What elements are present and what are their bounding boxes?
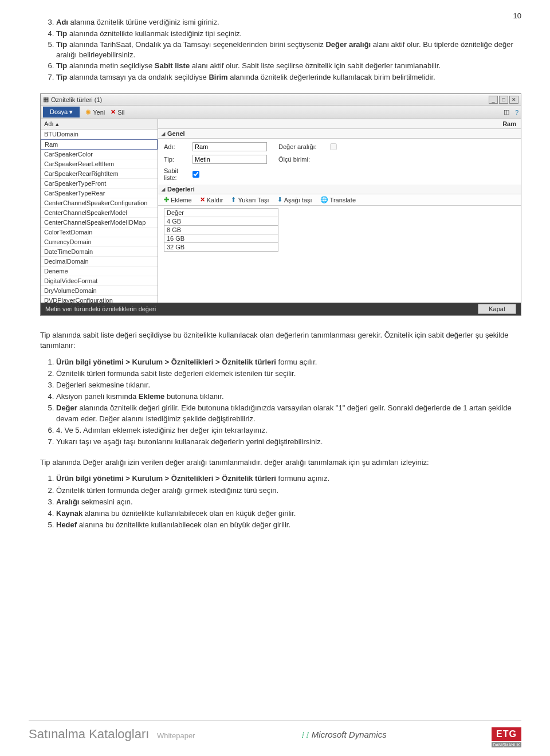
section-degerleri-header[interactable]: Değerleri — [158, 185, 521, 194]
steps-list-1: Ürün bilgi yönetimi > Kurulum > Özniteli… — [40, 357, 521, 448]
checkbox-deger-araligi[interactable] — [330, 143, 337, 150]
step-item: Öznitelik türleri formunda değer aralığı… — [56, 485, 521, 496]
text: alanında öznitelikte kullanmak istediğin… — [67, 29, 242, 38]
table-row[interactable]: 8 GB — [164, 226, 278, 234]
delete-label: Sil — [117, 109, 124, 116]
checkbox-sabit-liste[interactable] — [192, 171, 199, 178]
list-item[interactable]: CenterChannelSpeakerModelIDMap — [41, 218, 158, 228]
top-item: Tip alanında öznitelikte kullanmak isted… — [56, 29, 521, 39]
menubar: Dosya ▾ ✺Yeni ✕Sil ◫ ? — [41, 105, 521, 119]
paragraph-2: Tip alanında Değer aralığı izin verilen … — [40, 457, 521, 468]
list-item[interactable]: CarSpeakerColor — [41, 150, 158, 159]
step-item: Değer alanında öznitelik değeri girilir.… — [56, 403, 521, 424]
file-label: Dosya — [50, 108, 68, 115]
selected-name: Ram — [502, 120, 516, 127]
input-tip[interactable] — [192, 155, 267, 164]
new-button[interactable]: ✺Yeni — [85, 108, 105, 116]
list-item[interactable]: ColorTextDomain — [41, 228, 158, 237]
move-down-button[interactable]: ⬇Aşağı taşı — [277, 196, 312, 203]
close-button[interactable]: ✕ — [509, 96, 518, 104]
etg-logo: ETG DANIŞMANLIK — [492, 727, 521, 741]
list-item[interactable]: CarSpeakerTypeFront — [41, 179, 158, 189]
text: alanına öznitelik türüne verdiğiniz ismi… — [68, 18, 219, 26]
label-deger-araligi: Değer aralığı: — [278, 143, 330, 150]
list-item[interactable]: DigitalVideoFormat — [41, 276, 158, 286]
list-item[interactable]: DateTimeDomain — [41, 247, 158, 257]
translate-label: Translate — [330, 197, 356, 203]
maximize-button[interactable]: □ — [499, 96, 508, 104]
list-item[interactable]: DryVolumeDomain — [41, 286, 158, 296]
top-item: Tip alanında TarihSaat, Ondalık ya da Ta… — [56, 40, 521, 60]
bold: Tip — [56, 29, 67, 38]
bold: Tip — [56, 61, 67, 70]
table-row[interactable]: 16 GB — [164, 234, 278, 243]
remove-value-button[interactable]: ✕Kaldır — [200, 196, 223, 203]
list-item[interactable]: DecimalDomain — [41, 257, 158, 267]
paragraph-1: Tip alanında sabit liste değeri seçildiy… — [40, 330, 521, 351]
top-item: Adı alanına öznitelik türüne verdiğiniz … — [56, 17, 521, 28]
list-item[interactable]: Ram — [41, 139, 158, 150]
bold: Tip — [56, 40, 67, 49]
section-genel-body: Adı: Değer aralığı: Tip: Ölçü birimi: Sa… — [158, 139, 521, 185]
list-item[interactable]: BTUDomain — [41, 130, 158, 139]
footer-subtitle: Whitepaper — [157, 731, 195, 740]
bold: Birim — [209, 73, 227, 81]
list-item[interactable]: Deneme — [41, 267, 158, 276]
text: alanında tamsayı ya da ondalık seçildiys… — [67, 73, 209, 81]
statusbar: Metin veri türündeki özniteliklerin değe… — [41, 303, 521, 315]
step-item: Hedef alanına bu öznitelikte kullanılabi… — [56, 520, 521, 530]
add-label: Ekleme — [171, 197, 192, 203]
add-value-button[interactable]: ✚Ekleme — [164, 196, 192, 203]
close-form-button[interactable]: Kapat — [478, 304, 516, 314]
left-pane: Adı ▴ BTUDomainRamCarSpeakerColorCarSpea… — [41, 119, 158, 303]
help-icon[interactable]: ? — [515, 109, 518, 116]
new-icon: ✺ — [85, 108, 91, 116]
cell-value: 16 GB — [164, 234, 278, 243]
step-item: Değerleri sekmesine tıklanır. — [56, 380, 521, 390]
new-label: Yeni — [93, 109, 105, 116]
input-adi[interactable] — [192, 142, 267, 151]
titlebar: ▦ Öznitelik türleri (1) _ □ ✕ — [41, 94, 521, 105]
text: alanında TarihSaat, Ondalık ya da Tamsay… — [67, 40, 325, 49]
text: alanında metin seçildiyse — [67, 61, 154, 70]
col-deger[interactable]: Değer — [164, 209, 278, 217]
table-row[interactable]: 32 GB — [164, 243, 278, 252]
list-item[interactable]: CarSpeakerRearLeftItem — [41, 159, 158, 169]
list-item[interactable]: CenterChannelSpeakerConfiguration — [41, 198, 158, 208]
window-title: Öznitelik türleri (1) — [51, 96, 102, 103]
list-item[interactable]: CarSpeakerRearRightItem — [41, 169, 158, 179]
dynamics-icon: ⫶⫶ — [300, 730, 309, 739]
text: alanı aktif olur. Sabit liste seçilirse … — [190, 61, 441, 70]
table-row[interactable]: 4 GB — [164, 217, 278, 226]
cell-value: 8 GB — [164, 226, 278, 234]
section-genel-header[interactable]: Genel — [158, 129, 521, 139]
list-item[interactable]: CenterChannelSpeakerModel — [41, 208, 158, 218]
values-toolbar: ✚Ekleme ✕Kaldır ⬆Yukarı Taşı ⬇Aşağı taşı… — [158, 194, 521, 206]
file-menu[interactable]: Dosya ▾ — [43, 107, 80, 117]
list-item[interactable]: DVDPlayerConfiguration — [41, 296, 158, 303]
col-label: Adı — [44, 120, 54, 127]
step-item: Kaynak alanına bu öznitelikte kullanılab… — [56, 508, 521, 519]
status-text: Metin veri türündeki özniteliklerin değe… — [45, 305, 156, 312]
arrow-down-icon: ⬇ — [277, 196, 282, 203]
up-label: Yukarı Taşı — [238, 197, 269, 203]
minimize-button[interactable]: _ — [489, 96, 498, 104]
footer-title: Satınalma Katalogları — [29, 727, 149, 741]
bold: Tip — [56, 73, 67, 81]
top-item: Tip alanında metin seçildiyse Sabit list… — [56, 61, 521, 71]
move-up-button[interactable]: ⬆Yukarı Taşı — [231, 196, 269, 203]
values-table: Değer 4 GB8 GB16 GB32 GB — [164, 208, 278, 252]
list-item[interactable]: CurrencyDomain — [41, 237, 158, 247]
app-window: ▦ Öznitelik türleri (1) _ □ ✕ Dosya ▾ ✺Y… — [40, 93, 521, 316]
translate-button[interactable]: 🌐Translate — [320, 196, 356, 203]
delete-button[interactable]: ✕Sil — [111, 108, 124, 116]
arrow-up-icon: ⬆ — [231, 196, 236, 203]
view-icon[interactable]: ◫ — [504, 108, 509, 116]
type-list[interactable]: BTUDomainRamCarSpeakerColorCarSpeakerRea… — [41, 130, 158, 303]
column-header-adi[interactable]: Adı ▴ — [44, 120, 59, 128]
list-item[interactable]: CarSpeakerTypeRear — [41, 189, 158, 198]
text: alanında öznitelik değerlerinde kullanıl… — [228, 73, 435, 81]
microsoft-dynamics-logo: ⫶⫶ Microsoft Dynamics — [300, 730, 387, 739]
page-footer: Satınalma Katalogları Whitepaper ⫶⫶ Micr… — [29, 720, 521, 742]
bold: Adı — [56, 18, 68, 26]
